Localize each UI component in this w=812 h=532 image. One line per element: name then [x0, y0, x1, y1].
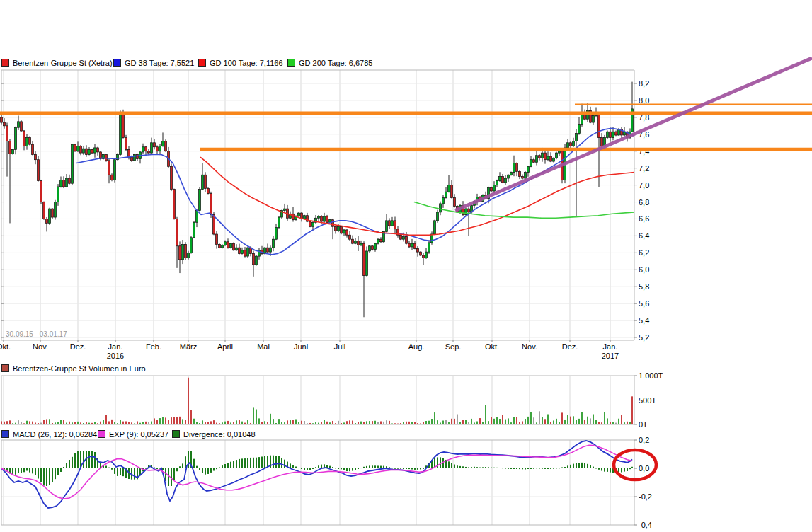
chart-window: 8,28,07,87,67,47,27,06,86,66,46,26,05,85… [0, 0, 812, 532]
svg-text:Dez.: Dez. [70, 342, 86, 351]
legend-volume: Berentzen-Gruppe St Volumen in Euro [1, 364, 146, 373]
svg-text:Nov.: Nov. [33, 342, 48, 351]
svg-text:1.000T: 1.000T [639, 371, 663, 380]
svg-text:Nov.: Nov. [522, 342, 537, 351]
gd200-swatch-icon [287, 59, 295, 66]
svg-text:April: April [217, 342, 233, 351]
svg-text:Juli: Juli [334, 342, 346, 351]
legend-instrument: Berentzen-Gruppe St (Xetra) [1, 58, 113, 67]
legend-exp: EXP (9): 0,05237 [98, 429, 168, 439]
svg-text:6,6: 6,6 [639, 214, 649, 223]
svg-text:Juni: Juni [294, 342, 308, 351]
svg-text:6,0: 6,0 [639, 265, 649, 274]
svg-text:0,2: 0,2 [639, 436, 649, 444]
legend-gd200: GD 200 Tage: 6,6785 [287, 58, 372, 67]
legend-instrument-label: Berentzen-Gruppe St (Xetra) [13, 59, 113, 67]
volume-bars[interactable] [1, 378, 633, 424]
svg-text:Jan.: Jan. [108, 342, 123, 351]
svg-text:6,2: 6,2 [639, 248, 649, 257]
svg-text:Okt.: Okt. [485, 342, 499, 351]
svg-text:6,8: 6,8 [639, 198, 649, 207]
chart-canvas[interactable]: 8,28,07,87,67,47,27,06,86,66,46,26,05,85… [0, 0, 812, 532]
svg-text:Aug.: Aug. [408, 342, 425, 351]
divergence-swatch-icon [172, 430, 180, 438]
svg-text:März: März [180, 342, 197, 351]
legend-gd38: GD 38 Tage: 7,5521 [113, 58, 194, 67]
svg-text:-0,4: -0,4 [639, 521, 652, 529]
legend-divergence-label: Divergence: 0,01048 [183, 430, 256, 439]
legend-gd38-label: GD 38 Tage: 7,5521 [125, 59, 194, 67]
svg-text:Okt.: Okt. [0, 342, 11, 351]
svg-text:-0,2: -0,2 [639, 492, 652, 501]
legend-gd100: GD 100 Tage: 7,1166 [198, 58, 283, 67]
macd-swatch-icon [1, 430, 9, 438]
svg-text:2017: 2017 [602, 352, 619, 360]
chart-annotations [0, 58, 812, 480]
svg-text:5,8: 5,8 [639, 282, 649, 291]
svg-text:5,4: 5,4 [639, 316, 649, 325]
svg-text:8,2: 8,2 [639, 79, 649, 88]
legend-divergence: Divergence: 0,01048 [172, 429, 256, 439]
svg-text:6,4: 6,4 [639, 231, 649, 240]
svg-text:500T: 500T [639, 396, 656, 405]
legend-gd200-label: GD 200 Tage: 6,6785 [299, 59, 372, 67]
volume-swatch-icon [1, 364, 9, 372]
svg-text:Dez.: Dez. [562, 342, 578, 351]
legend-gd100-label: GD 100 Tage: 7,1166 [210, 59, 283, 67]
svg-text:Jan.: Jan. [603, 342, 618, 351]
svg-text:5,6: 5,6 [639, 299, 649, 308]
instrument-swatch-icon [1, 59, 9, 66]
date-range-label: 30.09.15 - 03.01.17 [6, 330, 67, 338]
svg-text:Sep.: Sep. [445, 342, 462, 351]
svg-text:0T: 0T [639, 420, 648, 429]
legend-exp-label: EXP (9): 0,05237 [109, 430, 168, 439]
legend-macd: MACD (26, 12): 0,06284 [1, 429, 97, 439]
legend-macd-label: MACD (26, 12): 0,06284 [13, 430, 97, 439]
svg-text:2016: 2016 [107, 352, 124, 360]
svg-text:Feb.: Feb. [146, 342, 161, 351]
svg-text:7,0: 7,0 [639, 181, 649, 190]
macd-series [1, 441, 633, 508]
svg-text:0,0: 0,0 [639, 464, 649, 473]
svg-text:Mai: Mai [257, 342, 270, 351]
gd100-swatch-icon [198, 59, 206, 66]
svg-text:7,2: 7,2 [639, 164, 649, 173]
exp-swatch-icon [98, 430, 105, 438]
svg-text:5,2: 5,2 [639, 333, 649, 342]
gd38-swatch-icon [113, 59, 121, 66]
svg-text:8,0: 8,0 [639, 96, 649, 105]
legend-volume-label: Berentzen-Gruppe St Volumen in Euro [13, 364, 146, 373]
